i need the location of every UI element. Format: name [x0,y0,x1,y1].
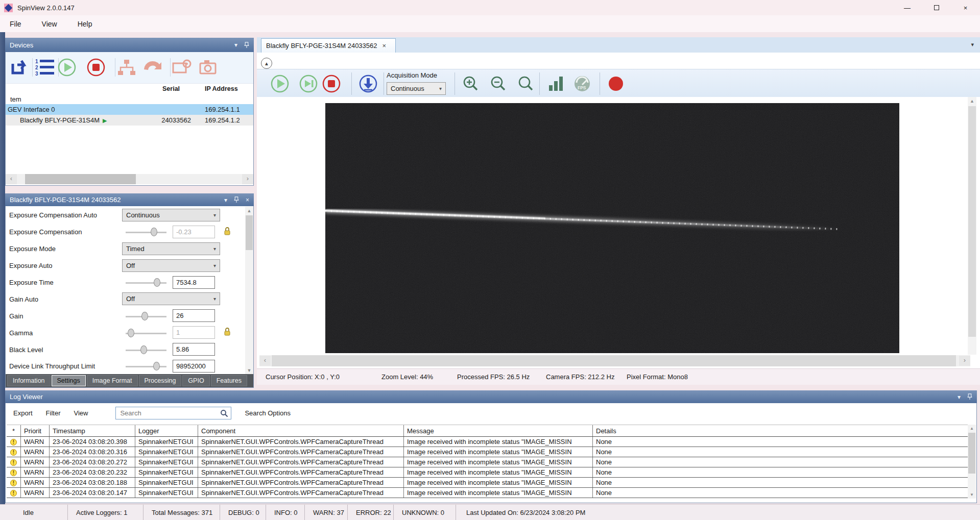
column-header-timestamp[interactable]: Timestamp [50,425,135,436]
device-link-throughput-slider[interactable] [126,366,166,367]
close-icon[interactable]: × [246,196,249,204]
scrollbar-thumb[interactable] [968,433,975,474]
device-link-throughput-value[interactable]: 98952000 [173,360,215,373]
camera-tab[interactable]: Blackfly BFLY-PGE-31S4M 24033562 × [261,38,396,53]
tree-item-gev-interface[interactable]: GEV Interface 0 169.254.1.1 [6,104,253,115]
search-input[interactable] [116,407,231,419]
scroll-down-icon[interactable]: ▼ [968,491,976,499]
acquisition-mode-dropdown[interactable]: Continuous▾ [387,82,446,95]
tab-settings[interactable]: Settings [52,375,86,386]
zoom-in-icon[interactable] [461,73,481,94]
refresh-devices-icon[interactable] [9,57,30,78]
scrollbar-thumb[interactable] [272,355,956,366]
tab-overflow-chevron-icon[interactable]: ▾ [971,41,974,48]
menu-item[interactable]: File [7,19,25,29]
gamma-slider[interactable] [126,333,166,334]
scroll-left-icon[interactable]: ‹ [6,174,17,184]
scrollbar-thumb[interactable] [968,106,976,337]
zoom-out-icon[interactable] [488,73,509,94]
slider-thumb[interactable] [153,362,160,370]
play-single-frame-icon[interactable] [298,73,319,94]
log-vertical-scrollbar[interactable]: ▲ ▼ [968,425,976,499]
stop-stream-icon[interactable] [321,73,342,94]
gain-auto-dropdown[interactable]: Off▾ [122,292,220,305]
minimize-button[interactable]: — [893,0,922,15]
slider-thumb[interactable] [151,228,157,236]
camera-refresh-icon[interactable] [198,57,219,78]
force-ip-icon[interactable] [142,57,162,78]
camera-settings-icon[interactable] [172,57,192,78]
exposure-compensation-auto-dropdown[interactable]: Continuous▾ [122,209,220,221]
tab-features[interactable]: Features [211,375,247,386]
menu-item[interactable]: View [39,19,60,29]
table-row[interactable]: ! WARN 23-06-2024 03:08:20.272 Spinnaker… [7,457,969,467]
scrollbar-thumb[interactable] [25,174,136,184]
close-tab-icon[interactable]: × [383,42,387,49]
exposure-time-slider[interactable] [126,282,166,284]
histogram-icon[interactable] [545,73,566,94]
slider-thumb[interactable] [140,345,147,354]
slider-thumb[interactable] [128,329,134,337]
exposure-compensation-value[interactable]: -0.23 [173,226,215,238]
gain-slider[interactable] [126,316,166,317]
stop-acquisition-icon[interactable] [86,57,106,78]
pin-icon[interactable] [244,42,249,48]
view-menu[interactable]: View [74,409,88,417]
tree-item-system[interactable]: tem [6,95,253,104]
table-row[interactable]: ! WARN 23-06-2024 03:08:20.316 Spinnaker… [7,447,969,457]
slider-thumb[interactable] [154,278,160,287]
zoom-fit-icon[interactable] [516,73,536,94]
pin-icon[interactable] [967,393,972,400]
fps-gauge-icon[interactable]: FPS [572,73,592,94]
tab-processing[interactable]: Processing [139,375,182,386]
network-topology-icon[interactable] [116,57,137,78]
play-stream-icon[interactable] [270,73,290,94]
image-vertical-scrollbar[interactable]: ▲ [968,97,976,355]
exposure-mode-dropdown[interactable]: Timed▾ [122,242,220,255]
record-icon[interactable] [606,73,626,94]
scroll-left-icon[interactable]: ‹ [259,356,271,366]
settings-vertical-scrollbar[interactable]: ▲ ▼ [245,207,253,375]
scroll-right-icon[interactable]: › [242,174,253,184]
black-level-value[interactable]: 5.86 [173,343,215,356]
camera-image[interactable] [325,103,899,353]
start-acquisition-icon[interactable] [57,57,77,78]
exposure-time-value[interactable]: 7534.8 [173,276,215,289]
image-horizontal-scrollbar[interactable]: ‹ › [259,355,970,366]
chevron-down-icon[interactable]: ▾ [958,393,961,401]
collapse-toolbar-button[interactable]: ▲ [261,58,272,69]
menu-item[interactable]: Help [75,19,95,29]
search-options-button[interactable]: Search Options [245,409,291,417]
save-images-icon[interactable] [358,73,378,94]
exposure-auto-dropdown[interactable]: Off▾ [122,259,220,272]
tab-gpio[interactable]: GPIO [182,375,209,386]
table-row[interactable]: ! WARN 23-06-2024 03:08:20.188 Spinnaker… [7,478,969,488]
table-row[interactable]: ! WARN 23-06-2024 03:08:20.147 Spinnaker… [7,488,969,498]
table-row[interactable]: ! WARN 23-06-2024 03:08:20.398 Spinnaker… [7,437,969,447]
scroll-up-icon[interactable]: ▲ [968,425,976,432]
export-menu[interactable]: Export [13,409,33,417]
column-header-details[interactable]: Details [593,425,969,436]
column-header-logger[interactable]: Logger [135,425,198,436]
black-level-slider[interactable] [126,350,166,351]
scroll-right-icon[interactable]: › [959,356,970,366]
close-button[interactable]: × [951,0,980,15]
image-viewport[interactable]: ▲ [257,97,980,355]
table-row[interactable]: ! WARN 23-06-2024 03:08:20.232 Spinnaker… [7,467,969,478]
scroll-up-icon[interactable]: ▲ [245,207,253,215]
column-header-priority[interactable]: Priorit [21,425,50,436]
gain-value[interactable]: 26 [173,309,215,322]
maximize-button[interactable] [922,0,951,15]
devices-horizontal-scrollbar[interactable]: ‹ › [6,174,253,184]
slider-thumb[interactable] [141,312,148,320]
scroll-up-icon[interactable]: ▲ [968,97,976,106]
scrollbar-thumb[interactable] [246,215,253,250]
pin-icon[interactable] [234,196,239,203]
search-icon[interactable] [220,409,228,417]
column-header-star[interactable]: * [7,425,21,436]
chevron-down-icon[interactable]: ▾ [224,196,227,204]
scroll-down-icon[interactable]: ▼ [245,366,253,375]
tab-image-format[interactable]: Image Format [87,375,138,386]
log-search-box[interactable] [115,407,231,419]
column-header-component[interactable]: Component [198,425,404,436]
